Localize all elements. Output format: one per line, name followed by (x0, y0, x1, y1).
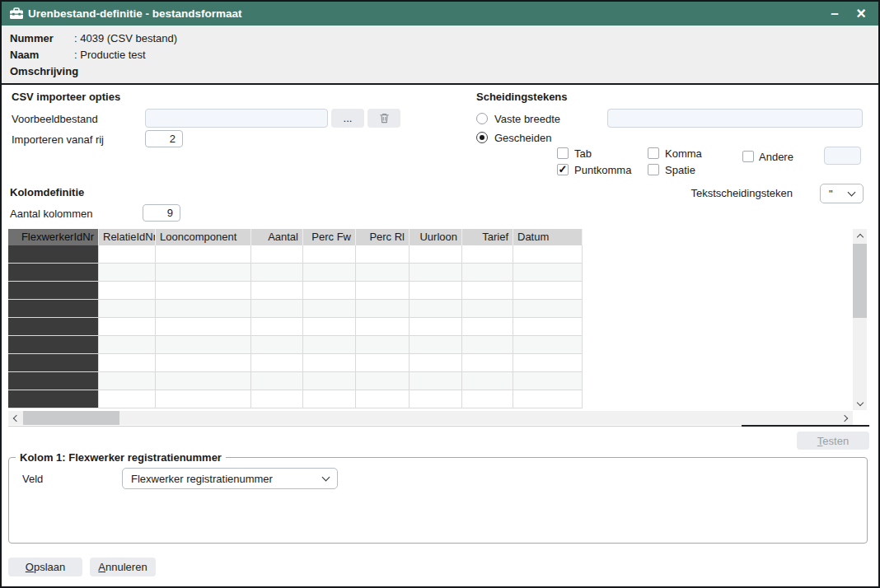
table-cell[interactable] (156, 354, 251, 372)
column-header-uurloon[interactable]: Uurloon (410, 229, 462, 245)
save-button[interactable]: Opslaan (8, 558, 82, 576)
field-select[interactable]: Flexwerker registratienummer (122, 468, 338, 489)
table-cell[interactable] (356, 300, 410, 318)
table-cell[interactable] (462, 245, 513, 264)
vertical-scrollbar[interactable] (853, 229, 867, 410)
table-cell[interactable] (356, 264, 410, 282)
table-cell[interactable] (462, 372, 513, 390)
table-cell[interactable] (99, 390, 156, 408)
table-cell[interactable] (8, 264, 99, 282)
horizontal-scroll-thumb[interactable] (23, 411, 119, 425)
table-cell[interactable] (99, 318, 156, 336)
table-cell[interactable] (356, 245, 410, 264)
tab-checkbox[interactable] (557, 147, 569, 159)
table-cell[interactable] (303, 336, 356, 354)
table-cell[interactable] (99, 372, 156, 390)
delete-file-button[interactable] (367, 109, 400, 128)
cancel-button[interactable]: Annuleren (90, 558, 156, 576)
column-header-perc-rl[interactable]: Perc Rl (356, 229, 410, 245)
column-header-relatieidnr[interactable]: RelatieIdNr (99, 229, 156, 245)
table-cell[interactable] (410, 390, 462, 408)
table-cell[interactable] (251, 318, 303, 336)
test-button[interactable]: Testen (797, 432, 869, 450)
table-cell[interactable] (156, 390, 251, 408)
browse-button[interactable]: ... (331, 109, 364, 128)
table-cell[interactable] (251, 245, 303, 264)
table-cell[interactable] (8, 300, 99, 318)
table-cell[interactable] (251, 264, 303, 282)
column-header-looncomponent[interactable]: Looncomponent (156, 229, 251, 245)
andere-checkbox[interactable] (742, 151, 754, 162)
table-cell[interactable] (410, 264, 462, 282)
puntkomma-checkbox[interactable]: ✓ (557, 164, 569, 175)
table-cell[interactable] (251, 282, 303, 300)
minimize-button[interactable]: – (822, 2, 847, 26)
import-start-row-input[interactable] (145, 130, 183, 147)
table-cell[interactable] (303, 354, 356, 372)
table-cell[interactable] (8, 318, 99, 336)
table-cell[interactable] (410, 300, 462, 318)
table-cell[interactable] (513, 300, 583, 318)
table-cell[interactable] (251, 336, 303, 354)
horizontal-scrollbar[interactable] (8, 411, 853, 425)
table-cell[interactable] (99, 245, 156, 264)
table-cell[interactable] (513, 390, 583, 408)
scroll-left-button[interactable] (8, 411, 22, 425)
table-cell[interactable] (410, 336, 462, 354)
table-cell[interactable] (513, 336, 583, 354)
table-cell[interactable] (410, 318, 462, 336)
table-cell[interactable] (462, 336, 513, 354)
table-cell[interactable] (410, 245, 462, 264)
fixed-width-radio[interactable] (476, 113, 488, 124)
komma-checkbox[interactable] (648, 147, 659, 159)
table-cell[interactable] (99, 336, 156, 354)
spatie-checkbox[interactable] (648, 164, 659, 175)
table-cell[interactable] (303, 318, 356, 336)
column-header-perc-fw[interactable]: Perc Fw (303, 229, 356, 245)
table-cell[interactable] (462, 390, 513, 408)
table-cell[interactable] (303, 372, 356, 390)
table-cell[interactable] (8, 282, 99, 300)
table-cell[interactable] (410, 282, 462, 300)
table-cell[interactable] (462, 318, 513, 336)
table-cell[interactable] (303, 264, 356, 282)
scroll-right-button[interactable] (839, 411, 853, 425)
text-qualifier-select[interactable]: " (820, 184, 864, 203)
scroll-down-button[interactable] (853, 396, 867, 410)
column-header-flexwerkeridnr[interactable]: FlexwerkerIdNr (8, 229, 99, 245)
table-cell[interactable] (513, 318, 583, 336)
table-cell[interactable] (513, 354, 583, 372)
table-cell[interactable] (356, 372, 410, 390)
table-cell[interactable] (303, 390, 356, 408)
table-cell[interactable] (251, 300, 303, 318)
column-count-input[interactable] (143, 204, 180, 222)
column-header-datum[interactable]: Datum (513, 229, 583, 245)
table-cell[interactable] (356, 318, 410, 336)
table-cell[interactable] (462, 282, 513, 300)
fixed-width-input[interactable] (607, 109, 863, 128)
table-cell[interactable] (156, 245, 251, 264)
table-cell[interactable] (303, 282, 356, 300)
table-cell[interactable] (513, 245, 583, 264)
table-cell[interactable] (156, 282, 251, 300)
table-cell[interactable] (99, 354, 156, 372)
scroll-up-button[interactable] (853, 229, 867, 243)
delimited-radio[interactable] (476, 132, 488, 143)
table-cell[interactable] (8, 390, 99, 408)
table-cell[interactable] (410, 354, 462, 372)
table-cell[interactable] (462, 300, 513, 318)
vertical-scroll-thumb[interactable] (853, 244, 867, 318)
table-cell[interactable] (410, 372, 462, 390)
table-cell[interactable] (356, 390, 410, 408)
table-cell[interactable] (251, 372, 303, 390)
table-cell[interactable] (156, 264, 251, 282)
table-cell[interactable] (8, 245, 99, 264)
table-cell[interactable] (8, 372, 99, 390)
table-cell[interactable] (99, 264, 156, 282)
table-cell[interactable] (303, 245, 356, 264)
table-cell[interactable] (8, 336, 99, 354)
andere-delimiter-input[interactable] (824, 147, 861, 165)
table-cell[interactable] (356, 336, 410, 354)
table-cell[interactable] (156, 336, 251, 354)
sample-file-input[interactable] (145, 109, 328, 128)
